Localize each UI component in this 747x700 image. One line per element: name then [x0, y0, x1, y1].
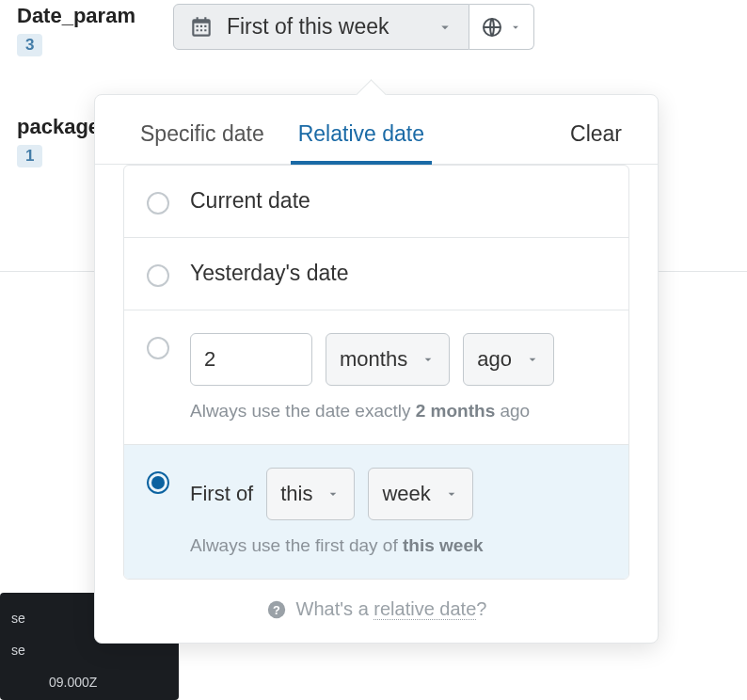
option-first-of[interactable]: First of this week Always use the first …	[124, 445, 628, 579]
chevron-down-icon	[444, 486, 459, 501]
date-popover: Specific date Relative date Clear Curren…	[94, 94, 659, 644]
calendar-icon	[189, 15, 214, 40]
option-current-label: Current date	[190, 188, 606, 214]
param-date-label: Date_param	[17, 4, 135, 28]
relative-direction-select[interactable]: ago	[463, 333, 554, 386]
option-yesterday[interactable]: Yesterday's date	[124, 238, 628, 310]
radio-current-date[interactable]	[147, 192, 169, 215]
tab-specific-date[interactable]: Specific date	[123, 112, 281, 164]
relative-unit-select[interactable]: months	[326, 333, 450, 386]
param-package: package 1	[17, 111, 100, 167]
first-of-unit-select[interactable]: week	[368, 468, 472, 520]
param-date: Date_param 3	[17, 0, 135, 56]
param-package-label: package	[17, 115, 100, 139]
footer-help-link[interactable]: What's a relative date?	[296, 598, 487, 620]
popover-footer: ? What's a relative date?	[123, 580, 629, 643]
first-of-hint: Always use the first day of this week	[190, 535, 606, 556]
radio-first-of[interactable]	[147, 471, 169, 494]
date-button[interactable]: First of this week	[173, 4, 469, 50]
radio-yesterday[interactable]	[147, 264, 169, 287]
popover-tabs: Specific date Relative date Clear	[95, 95, 658, 165]
relative-n-hint: Always use the date exactly 2 months ago	[190, 401, 606, 422]
param-date-badge: 3	[17, 34, 42, 56]
clear-button[interactable]: Clear	[563, 112, 629, 164]
radio-relative-n[interactable]	[147, 337, 169, 359]
option-relative-n[interactable]: months ago Always use the date exactly 2…	[124, 310, 628, 445]
date-button-text: First of this week	[227, 14, 389, 40]
svg-text:?: ?	[273, 602, 280, 616]
help-icon: ?	[266, 599, 287, 620]
options-box: Current date Yesterday's date months	[123, 165, 629, 580]
relative-n-input[interactable]	[190, 333, 312, 386]
option-yesterday-label: Yesterday's date	[190, 261, 606, 286]
chevron-down-icon	[326, 486, 341, 501]
chevron-down-icon	[421, 352, 436, 367]
date-selector: First of this week	[173, 4, 534, 50]
first-of-scope-select[interactable]: this	[266, 468, 355, 520]
globe-icon	[481, 16, 503, 39]
option-current-date[interactable]: Current date	[124, 166, 628, 238]
chevron-down-icon	[437, 19, 453, 36]
param-package-badge: 1	[17, 145, 42, 167]
chevron-down-icon	[509, 21, 522, 34]
tab-relative-date[interactable]: Relative date	[281, 112, 441, 164]
first-of-prefix: First of	[190, 482, 253, 506]
chevron-down-icon	[525, 352, 540, 367]
timezone-button[interactable]	[469, 4, 534, 50]
